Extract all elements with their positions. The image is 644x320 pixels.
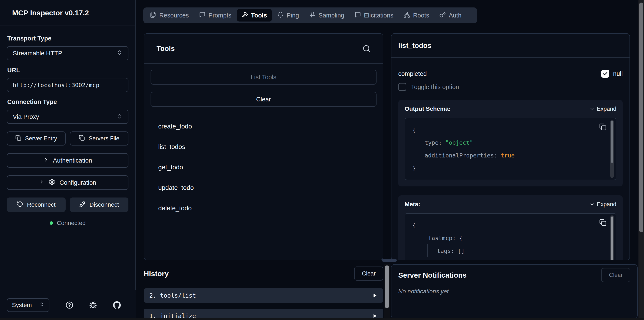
output-schema-scrollbar[interactable] xyxy=(610,120,614,178)
code-line: } xyxy=(412,162,601,174)
code-line: { xyxy=(412,219,601,232)
url-label: URL xyxy=(7,67,128,74)
server-entry-label: Server Entry xyxy=(25,135,57,142)
clear-tools-button[interactable]: Clear xyxy=(150,92,376,107)
tab-label: Sampling xyxy=(318,12,344,19)
search-icon[interactable] xyxy=(362,45,370,53)
transport-type-value: Streamable HTTP xyxy=(13,50,62,57)
chevron-down-icon xyxy=(590,106,594,111)
null-label: null xyxy=(613,70,623,77)
code-line: type:"object" xyxy=(425,136,601,149)
disconnect-label: Disconnect xyxy=(90,201,119,208)
rotate-ccw-icon xyxy=(17,201,23,209)
connection-status-label: Connected xyxy=(57,220,86,226)
meta-scrollbar[interactable] xyxy=(610,215,614,260)
tab-label: Auth xyxy=(449,12,462,19)
hash-icon xyxy=(309,12,316,19)
notifications-title: Server Notifications xyxy=(398,271,466,279)
tab-label: Ping xyxy=(287,12,299,19)
gear-icon xyxy=(49,179,55,187)
main-area: Resources Prompts Tools Ping Sampling El… xyxy=(136,0,644,320)
code-line: } xyxy=(425,257,601,260)
code-line: additionalProperties:true xyxy=(425,149,601,162)
tab-label: Elicitations xyxy=(364,12,394,19)
sidebar: MCP Inspector v0.17.2 Transport Type Str… xyxy=(0,0,136,320)
chevron-right-icon xyxy=(39,179,44,186)
tab-resources[interactable]: Resources xyxy=(145,9,194,22)
connection-type-label: Connection Type xyxy=(7,98,128,106)
code-line: tags:[] xyxy=(437,244,601,257)
connection-type-value: Via Proxy xyxy=(13,113,39,120)
tool-list: create_todo list_todos get_todo update_t… xyxy=(150,116,376,218)
notifications-clear-button[interactable]: Clear xyxy=(601,268,630,282)
param-name: completed xyxy=(398,70,427,77)
connected-dot-icon xyxy=(50,221,53,225)
disconnect-button[interactable]: Disconnect xyxy=(70,197,129,212)
tab-tools[interactable]: Tools xyxy=(237,9,272,22)
transport-type-select[interactable]: Streamable HTTP xyxy=(7,46,128,60)
output-schema-section: Output Schema: Expand { type:"object" ad… xyxy=(398,100,623,186)
history-scrollbar-thumb[interactable] xyxy=(384,265,389,308)
window-scrollbar-thumb[interactable] xyxy=(639,3,643,232)
reconnect-label: Reconnect xyxy=(27,201,56,208)
toggle-option-label: Toggle this option xyxy=(411,84,459,91)
mcp-inspector-app: MCP Inspector v0.17.2 Transport Type Str… xyxy=(0,0,644,320)
output-schema-expand-button[interactable]: Expand xyxy=(590,106,616,112)
code-line: { xyxy=(412,123,601,136)
copy-icon[interactable] xyxy=(599,219,606,227)
key-icon xyxy=(439,12,446,19)
theme-value: System xyxy=(12,302,32,308)
tools-panel: Tools List Tools Clear create_todo list_… xyxy=(144,33,383,260)
history-item-label: 2. tools/list xyxy=(149,292,196,299)
servers-file-button[interactable]: Servers File xyxy=(70,131,129,146)
copy-icon xyxy=(79,135,85,142)
copy-icon[interactable] xyxy=(599,123,606,132)
bug-icon[interactable] xyxy=(89,301,97,309)
message-square-icon xyxy=(354,12,361,19)
history-item-tools-list[interactable]: 2. tools/list xyxy=(144,288,383,303)
tab-ping[interactable]: Ping xyxy=(272,9,304,22)
connection-status: Connected xyxy=(7,220,128,226)
pane-resize-handle[interactable] xyxy=(382,259,397,262)
tab-auth[interactable]: Auth xyxy=(435,9,466,22)
window-scrollbar-track[interactable] xyxy=(638,0,644,320)
copy-icon xyxy=(15,135,21,142)
tab-roots[interactable]: Roots xyxy=(399,9,434,22)
code-line: _fastmcp:{ xyxy=(425,232,601,244)
server-entry-button[interactable]: Server Entry xyxy=(7,131,66,146)
list-tools-button[interactable]: List Tools xyxy=(150,70,376,85)
transport-type-label: Transport Type xyxy=(7,35,128,42)
meta-code: { _fastmcp:{ tags:[] } } xyxy=(405,213,616,260)
github-icon[interactable] xyxy=(113,301,121,309)
meta-expand-button[interactable]: Expand xyxy=(590,201,616,208)
authentication-button[interactable]: Authentication xyxy=(7,153,128,168)
hammer-icon xyxy=(242,12,248,19)
tab-label: Roots xyxy=(413,12,429,19)
history-clear-button[interactable]: Clear xyxy=(354,266,383,280)
tool-item-get-todo[interactable]: get_todo xyxy=(158,157,369,177)
notifications-empty-text: No notifications yet xyxy=(398,288,630,295)
servers-file-label: Servers File xyxy=(88,135,119,142)
reconnect-button[interactable]: Reconnect xyxy=(7,197,66,212)
tab-elicitations[interactable]: Elicitations xyxy=(350,9,398,22)
tool-item-delete-todo[interactable]: delete_todo xyxy=(158,198,369,218)
tool-item-list-todos[interactable]: list_todos xyxy=(158,137,369,157)
bell-icon xyxy=(277,12,284,19)
theme-select[interactable]: System xyxy=(7,298,50,312)
configuration-button[interactable]: Configuration xyxy=(7,175,128,190)
connection-type-select[interactable]: Via Proxy xyxy=(7,110,128,124)
tab-sampling[interactable]: Sampling xyxy=(304,9,349,22)
chevrons-up-down-icon xyxy=(116,50,122,57)
output-schema-code: { type:"object" additionalProperties:tru… xyxy=(405,118,616,180)
chevrons-up-down-icon xyxy=(39,302,44,308)
tab-label: Prompts xyxy=(208,12,232,19)
tool-item-create-todo[interactable]: create_todo xyxy=(158,116,369,137)
meta-section: Meta: Expand { _fastmcp:{ tags:[] xyxy=(398,195,623,260)
null-checkbox[interactable] xyxy=(601,70,609,78)
tool-item-update-todo[interactable]: update_todo xyxy=(158,177,369,198)
help-icon[interactable] xyxy=(66,301,73,309)
toggle-option-checkbox[interactable] xyxy=(398,83,406,91)
url-input[interactable]: http://localhost:3002/mcp xyxy=(7,78,128,92)
history-scrollbar-track[interactable] xyxy=(384,264,390,320)
tab-prompts[interactable]: Prompts xyxy=(194,9,236,22)
